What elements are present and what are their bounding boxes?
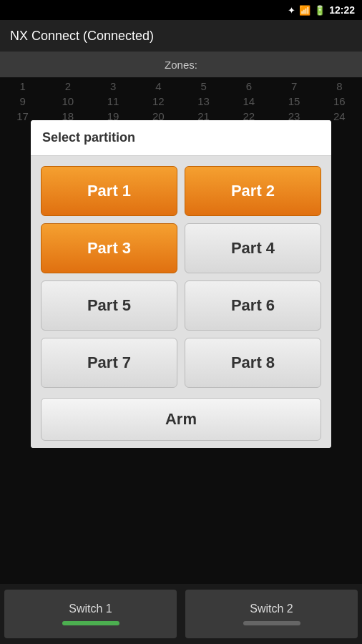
switch-2-indicator [243,621,300,625]
page-title: NX Connect (Connected) [10,29,154,44]
modal-title: Select partition [31,120,331,156]
status-time: 12:22 [329,4,355,16]
partition-7-button[interactable]: Part 7 [41,338,177,388]
modal-body: Part 1 Part 2 Part 3 Part 4 Part 5 Part … [31,156,331,448]
partition-grid: Part 1 Part 2 Part 3 Part 4 Part 5 Part … [41,166,321,388]
partition-6-button[interactable]: Part 6 [185,280,321,331]
status-icons: ✦ 📶 🔋 12:22 [288,4,355,16]
battery-icon: 🔋 [314,5,326,16]
bluetooth-icon: ✦ [288,5,295,16]
switch-1-indicator [62,621,119,625]
arm-button[interactable]: Arm [41,398,321,441]
title-bar: NX Connect (Connected) [0,20,362,52]
bottom-switches: Switch 1 Switch 2 [0,584,362,644]
partition-5-button[interactable]: Part 5 [41,280,177,331]
zones-header: Zones: [0,52,362,77]
partition-modal: Select partition Part 1 Part 2 Part 3 Pa… [31,120,331,448]
partition-3-button[interactable]: Part 3 [41,223,177,273]
status-bar: ✦ 📶 🔋 12:22 [0,0,362,20]
switch-1-button[interactable]: Switch 1 [4,590,177,638]
zones-label: Zones: [165,59,197,71]
partition-8-button[interactable]: Part 8 [185,338,321,388]
partition-1-button[interactable]: Part 1 [41,166,177,216]
modal-overlay: Select partition Part 1 Part 2 Part 3 Pa… [0,77,362,644]
switch-1-label: Switch 1 [69,602,112,615]
signal-icon: 📶 [299,5,310,16]
switch-2-label: Switch 2 [250,602,293,615]
partition-4-button[interactable]: Part 4 [185,223,321,273]
partition-2-button[interactable]: Part 2 [185,166,321,216]
switch-2-button[interactable]: Switch 2 [185,590,358,638]
